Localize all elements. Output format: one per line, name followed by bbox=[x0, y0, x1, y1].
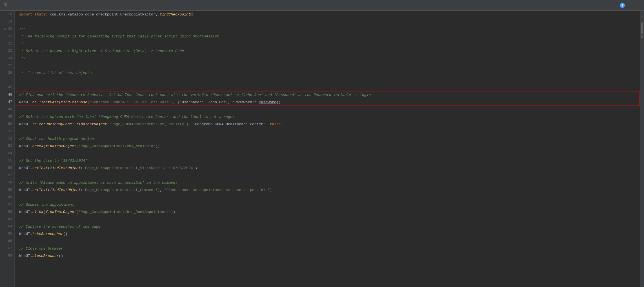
code-line bbox=[15, 150, 640, 157]
code-token: // Submit the appointment bbox=[19, 203, 74, 207]
code-token: , ['Username': 'John Doe', 'Password': bbox=[173, 100, 259, 104]
code-line bbox=[15, 18, 640, 25]
code-line: WebUI.check(findTestObject('Page_CuraApp… bbox=[15, 142, 640, 150]
code-token: click bbox=[32, 210, 43, 214]
code-line bbox=[15, 194, 640, 201]
code-line: // Close the browser bbox=[15, 245, 640, 252]
code-token: ( bbox=[43, 144, 46, 148]
code-token: // Set the date to '10/03/2024' bbox=[19, 159, 87, 163]
line-number: 64 bbox=[8, 223, 12, 230]
code-line bbox=[15, 84, 640, 91]
line-number: ⊖20 bbox=[8, 25, 12, 33]
code-token: WebUI. bbox=[19, 144, 32, 148]
code-token: callTestCase bbox=[32, 100, 59, 104]
fold-icon[interactable]: ⊖ bbox=[4, 27, 6, 31]
code-token: // Check the health program option bbox=[19, 137, 94, 141]
title-bar-right: ? bbox=[620, 3, 641, 8]
fold-icon[interactable]: + bbox=[4, 13, 6, 16]
line-number: 66 bbox=[8, 237, 12, 245]
code-token: ('Page_CuraAppointment/chk_Medicaid') bbox=[76, 144, 158, 148]
line-number: 48 bbox=[8, 106, 12, 113]
code-token: * bbox=[19, 42, 24, 46]
code-token: '10/03/2024' bbox=[169, 166, 195, 170]
code-token: ) bbox=[195, 166, 197, 170]
restore-button[interactable] bbox=[637, 3, 641, 7]
line-number: 53 bbox=[8, 142, 12, 150]
code-area[interactable]: import static com.kms.katalon.core.check… bbox=[15, 11, 640, 287]
code-token: ('Generate Code/4.1. Called Test Case') bbox=[87, 100, 173, 104]
code-token: check bbox=[32, 144, 43, 148]
code-token: () bbox=[63, 232, 68, 236]
line-number: 63 bbox=[8, 216, 12, 223]
title-bar: ? bbox=[0, 0, 644, 11]
code-line bbox=[15, 128, 640, 135]
code-token: WebUI. bbox=[19, 232, 32, 236]
code-token: findTestObject bbox=[50, 166, 81, 170]
minimize-button[interactable] bbox=[631, 3, 635, 7]
code-token: □ bbox=[191, 12, 193, 17]
code-token: findTestObject bbox=[50, 188, 81, 192]
code-line: * The following prompt is for generating… bbox=[15, 33, 640, 40]
code-token: findCheckpoint bbox=[160, 12, 190, 17]
window-controls bbox=[631, 3, 641, 7]
code-line: /** bbox=[15, 25, 640, 33]
help-button[interactable]: ? bbox=[620, 3, 626, 8]
line-number: 67 bbox=[8, 245, 12, 252]
code-line: WebUI.setText(findTestObject('Page_CuraA… bbox=[15, 186, 640, 194]
code-token: closeBrowser bbox=[32, 254, 59, 258]
code-token: ( bbox=[43, 210, 46, 214]
line-number: 61 bbox=[8, 201, 12, 208]
scrollbar-thumb[interactable] bbox=[641, 23, 643, 34]
code-token: ('Page_CuraAppointment/btn_BookAppointme… bbox=[76, 210, 173, 214]
code-line: * bbox=[15, 40, 640, 47]
code-token: WebUI. bbox=[19, 254, 32, 258]
line-number: 47 bbox=[8, 98, 12, 106]
code-line: WebUI.selectOptionByLabel(findTestObject… bbox=[15, 120, 640, 128]
code-token: WebUI. bbox=[19, 188, 32, 192]
code-token: ( bbox=[59, 100, 61, 104]
code-line: // Select the option with the label 'Hon… bbox=[15, 113, 640, 120]
line-number: 57 bbox=[8, 172, 12, 179]
code-token: // Find and call the 'Generate Code/4.1.… bbox=[19, 93, 235, 97]
code-token: setText bbox=[32, 188, 48, 192]
code-token: WebUI. bbox=[19, 210, 32, 214]
line-number: 51 bbox=[8, 128, 12, 135]
line-number: 62 bbox=[8, 208, 12, 216]
code-token: ]) bbox=[276, 100, 281, 104]
line-number: 56 bbox=[8, 164, 12, 172]
code-token: // Close the browser bbox=[19, 246, 63, 251]
line-gutter: +1819⊖202122232425+264546474849505152535… bbox=[0, 11, 15, 287]
line-number: 21 bbox=[8, 33, 12, 40]
code-token: */ bbox=[19, 56, 26, 60]
tab-group bbox=[3, 3, 15, 8]
code-line bbox=[15, 172, 640, 179]
line-number: 58 bbox=[8, 179, 12, 186]
line-number: 46 bbox=[8, 91, 12, 98]
code-token: // Capture the screenshot of the page bbox=[19, 225, 101, 229]
code-token: ) bbox=[173, 210, 175, 214]
code-token: WebUI. bbox=[19, 100, 32, 104]
scroll-indicator bbox=[641, 35, 643, 38]
line-number: 55 bbox=[8, 157, 12, 164]
code-line bbox=[15, 216, 640, 223]
code-line: // Write 'Please make an appointment as … bbox=[15, 179, 640, 186]
code-line: WebUI.closeBrowser() bbox=[15, 252, 640, 259]
code-line: WebUI.setText(findTestObject('Page_CuraA… bbox=[15, 164, 640, 172]
code-token: ) bbox=[158, 144, 160, 148]
code-token: ('Page_CuraAppointment/txt_Comment') bbox=[81, 188, 160, 192]
code-token: 'Please make an appointment as soon as p… bbox=[164, 188, 270, 192]
code-token: 'John Doe' bbox=[239, 93, 265, 97]
code-token: ( bbox=[48, 188, 50, 192]
fold-icon[interactable]: + bbox=[4, 71, 6, 75]
code-token: com.kms.katalon.core.checkpoint.Checkpoi… bbox=[50, 12, 160, 17]
scrollbar-vertical[interactable] bbox=[640, 11, 644, 287]
code-token: selectOptionByLabel bbox=[32, 122, 74, 126]
code-token: findTestCase bbox=[61, 100, 87, 104]
highlighted-code-line: // Find and call the 'Generate Code/4.1.… bbox=[15, 91, 640, 98]
code-token: /** bbox=[19, 27, 26, 31]
code-line bbox=[15, 62, 640, 69]
code-token: □ bbox=[94, 71, 96, 75]
code-line: WebUI.takeScreenshot() bbox=[15, 230, 640, 237]
line-number: 50 bbox=[8, 120, 12, 128]
code-line: // Set the date to '10/03/2024' bbox=[15, 157, 640, 164]
